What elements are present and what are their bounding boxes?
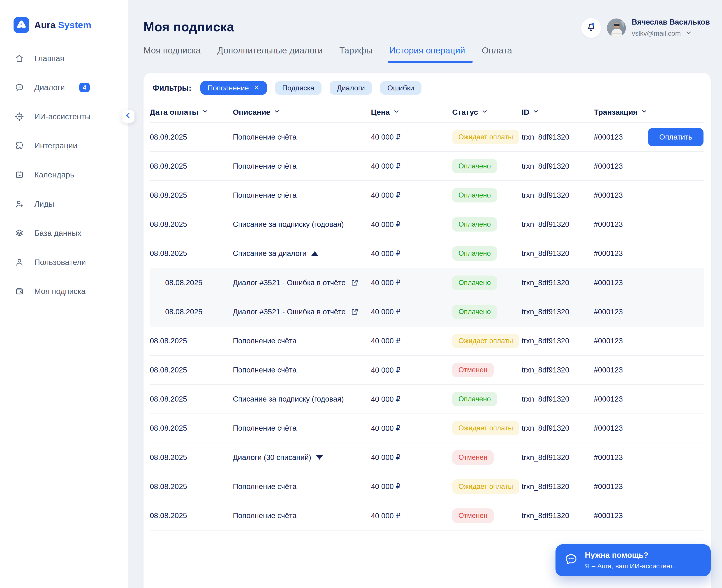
column-header[interactable]: Цена <box>371 108 452 117</box>
cell-description: Списание за подписку (годовая) <box>233 220 371 229</box>
status-badge: Отменен <box>452 450 494 465</box>
sidebar-item-user-plus[interactable]: Лиды <box>0 189 128 218</box>
sidebar-item-home[interactable]: Главная <box>0 44 128 73</box>
cell-id: trxn_8df91320 <box>522 511 594 520</box>
cell-transaction: #000123 <box>594 278 648 287</box>
status-badge: Оплачено <box>452 159 497 173</box>
page-title: Моя подписка <box>143 19 234 34</box>
calendar-icon <box>15 170 24 180</box>
column-header[interactable]: ID <box>522 108 594 117</box>
column-header[interactable]: Дата оплаты <box>150 108 233 117</box>
filter-chip-active[interactable]: Пополнение <box>200 81 267 95</box>
notifications-button[interactable] <box>581 18 601 38</box>
sidebar-item-label: Лиды <box>34 200 54 209</box>
external-link-icon[interactable] <box>350 308 359 316</box>
cell-transaction: #000123 <box>594 162 648 170</box>
filter-chip[interactable]: Диалоги <box>329 81 372 95</box>
cell-price: 40 000 ₽ <box>371 220 452 229</box>
cell-status: Ожидает оплаты <box>452 421 522 435</box>
cell-price: 40 000 ₽ <box>371 453 452 462</box>
sidebar-collapse-button[interactable] <box>122 110 135 123</box>
cell-transaction: #000123 <box>594 133 648 141</box>
cell-description: Диалог #3521 - Ошибка в отчёте <box>233 278 371 287</box>
sidebar-item-label: Календарь <box>34 170 74 179</box>
cell-description: Пополнение счёта <box>233 424 371 433</box>
sidebar-item-layers[interactable]: База данных <box>0 218 128 248</box>
tab-5[interactable]: Оплата <box>482 45 512 63</box>
filter-chip[interactable]: Подписка <box>275 81 322 95</box>
user-menu[interactable]: vslkv@mail.com <box>632 29 710 38</box>
table-row: 08.08.2025Пополнение счёта40 000 ₽Ожидае… <box>150 123 704 152</box>
status-badge: Ожидает оплаты <box>452 479 519 494</box>
cell-transaction: #000123 <box>594 453 648 462</box>
cell-status: Отменен <box>452 508 522 523</box>
close-icon[interactable] <box>254 84 260 92</box>
status-badge: Ожидает оплаты <box>452 334 519 348</box>
sidebar-item-puzzle[interactable]: Интеграции <box>0 131 128 160</box>
layers-icon <box>15 228 24 238</box>
operations-card: Фильтры: Пополнение ПодпискаДиалогиОшибк… <box>143 72 711 588</box>
collapse-triangle-icon[interactable] <box>312 251 318 256</box>
external-link-icon[interactable] <box>350 279 359 287</box>
sidebar-item-user[interactable]: Пользователи <box>0 248 128 277</box>
cell-date: 08.08.2025 <box>150 133 233 141</box>
table-row: 08.08.2025Диалоги (30 списаний)40 000 ₽О… <box>150 443 704 472</box>
cell-id: trxn_8df91320 <box>522 191 594 200</box>
column-header[interactable]: Транзакция <box>594 108 648 117</box>
sidebar-item-label: Пользователи <box>34 258 86 267</box>
filter-chip[interactable]: Ошибки <box>380 81 421 95</box>
cell-status: Ожидает оплаты <box>452 130 522 144</box>
cell-transaction: #000123 <box>594 395 648 403</box>
tab-1[interactable]: Моя подписка <box>143 45 201 63</box>
cell-price: 40 000 ₽ <box>371 249 452 258</box>
tab-2[interactable]: Дополнительные диалоги <box>217 45 323 63</box>
cell-description: Пополнение счёта <box>233 366 371 374</box>
cell-id: trxn_8df91320 <box>522 162 594 170</box>
column-header[interactable]: Описание <box>233 108 371 117</box>
cell-price: 40 000 ₽ <box>371 191 452 200</box>
cell-transaction: #000123 <box>594 511 648 520</box>
cell-date: 08.08.2025 <box>150 453 233 462</box>
tab-4[interactable]: История операций <box>389 45 465 63</box>
cell-date: 08.08.2025 <box>150 395 233 403</box>
chevron-down-icon <box>685 29 693 38</box>
table-row: 08.08.2025Пополнение счёта40 000 ₽Оплаче… <box>150 181 704 210</box>
cell-date: 08.08.2025 <box>150 162 233 170</box>
table-row: 08.08.2025Списание за подписку (годовая)… <box>150 210 704 239</box>
help-widget[interactable]: Нужна помощь? Я – Aura, ваш ИИ-ассистент… <box>556 544 711 576</box>
cell-price: 40 000 ₽ <box>371 366 452 375</box>
tab-3[interactable]: Тарифы <box>339 45 373 63</box>
cell-transaction: #000123 <box>594 220 648 229</box>
sidebar-item-calendar[interactable]: Календарь <box>0 160 128 189</box>
cell-date: 08.08.2025 <box>150 337 233 345</box>
cell-status: Оплачено <box>452 188 522 203</box>
sidebar-item-wallet[interactable]: Моя подписка <box>0 277 128 306</box>
cell-date: 08.08.2025 <box>150 482 233 491</box>
main-content: Моя подписка Моя подпискаДополнительные … <box>128 0 722 588</box>
cell-description: Диалоги (30 списаний) <box>233 453 371 462</box>
sort-chevron-icon <box>641 108 647 117</box>
column-header[interactable]: Статус <box>452 108 522 117</box>
table-row: 08.08.2025Диалог #3521 - Ошибка в отчёте… <box>150 297 704 327</box>
help-widget-subtitle: Я – Aura, ваш ИИ-ассистент. <box>585 562 675 570</box>
cell-price: 40 000 ₽ <box>371 424 452 433</box>
status-badge: Оплачено <box>452 275 497 290</box>
table-row: 08.08.2025Пополнение счёта40 000 ₽Ожидае… <box>150 414 704 443</box>
table-row: 08.08.2025Диалог #3521 - Ошибка в отчёте… <box>150 268 704 297</box>
expand-triangle-icon[interactable] <box>316 455 323 460</box>
cell-id: trxn_8df91320 <box>522 395 594 403</box>
cell-status: Ожидает оплаты <box>452 479 522 494</box>
sidebar-item-chat[interactable]: Диалоги4 <box>0 73 128 102</box>
avatar[interactable] <box>607 19 626 37</box>
sidebar-item-label: Интеграции <box>34 141 77 150</box>
sort-chevron-icon <box>202 108 208 117</box>
sidebar-item-ai-chip[interactable]: ИИ-ассистенты <box>0 102 128 131</box>
table-row: 08.08.2025Пополнение счёта40 000 ₽Оплаче… <box>150 152 704 181</box>
table-row: 08.08.2025Списание за диалоги40 000 ₽Опл… <box>150 239 704 268</box>
status-badge: Оплачено <box>452 188 497 203</box>
cell-id: trxn_8df91320 <box>522 220 594 229</box>
bell-icon <box>585 21 597 35</box>
brand-logo[interactable]: Aura System <box>14 17 92 33</box>
pay-button[interactable]: Оплатить <box>648 128 703 146</box>
user-email: vslkv@mail.com <box>632 30 681 37</box>
